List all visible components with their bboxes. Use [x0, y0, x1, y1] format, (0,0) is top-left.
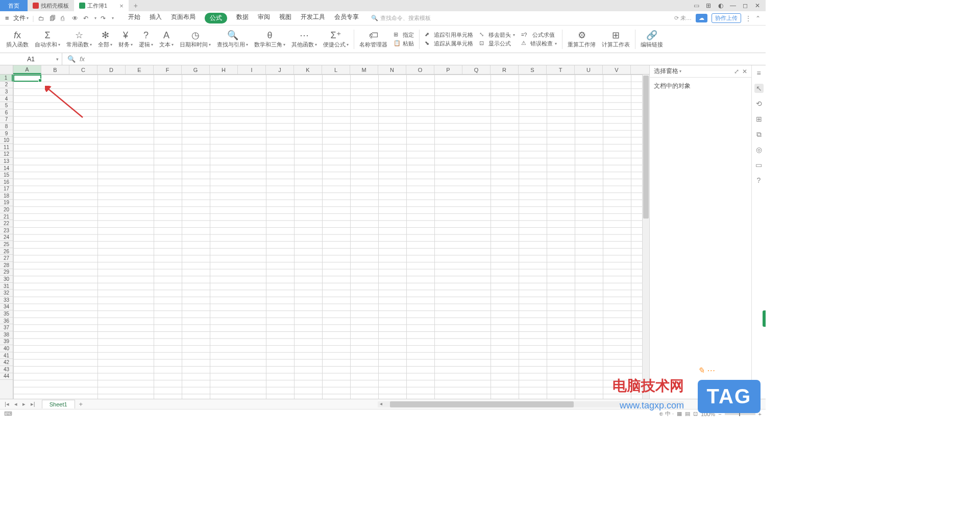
- zoom-slider[interactable]: [725, 413, 755, 415]
- row-header-1[interactable]: 1: [0, 75, 13, 82]
- undo-icon[interactable]: ↶: [83, 15, 90, 22]
- status-view-page[interactable]: ▤: [685, 411, 690, 416]
- active-cell[interactable]: [13, 75, 41, 82]
- sheet-nav-first[interactable]: |◂: [3, 401, 11, 407]
- hscroll-left-icon[interactable]: ◂: [380, 401, 382, 406]
- col-header-D[interactable]: D: [97, 65, 126, 74]
- maximize-icon[interactable]: ◻: [741, 2, 749, 10]
- name-box[interactable]: A1 ▾: [0, 53, 62, 65]
- tab-layout[interactable]: 页面布局: [171, 13, 195, 23]
- row-header-24[interactable]: 24: [0, 234, 13, 242]
- strip-book-icon[interactable]: ▭: [754, 160, 764, 170]
- row-header-33[interactable]: 33: [0, 297, 13, 304]
- designate-button[interactable]: ⊞指定: [394, 31, 414, 39]
- row-header-16[interactable]: 16: [0, 179, 13, 186]
- col-header-C[interactable]: C: [69, 65, 97, 74]
- sync-status[interactable]: ⟳ 未…: [674, 14, 692, 22]
- row-header-19[interactable]: 19: [0, 200, 13, 207]
- row-header-30[interactable]: 30: [0, 276, 13, 283]
- tab-data[interactable]: 数据: [236, 13, 249, 23]
- tab-workbook[interactable]: 工作簿1 ×: [74, 0, 129, 11]
- strip-help-icon[interactable]: ?: [754, 176, 764, 185]
- strip-chain-icon[interactable]: ⧉: [754, 130, 764, 139]
- preview-icon[interactable]: 👁: [72, 15, 79, 22]
- row-header-27[interactable]: 27: [0, 255, 13, 262]
- row-header-31[interactable]: 31: [0, 283, 13, 290]
- common-fn-button[interactable]: ☆ 常用函数▾: [63, 26, 95, 53]
- calc-sheet-button[interactable]: ⊞ 计算工作表: [599, 26, 633, 53]
- formula-search-icon[interactable]: 🔍: [67, 55, 76, 63]
- col-header-E[interactable]: E: [126, 65, 154, 74]
- row-header-35[interactable]: 35: [0, 310, 13, 318]
- row-header-9[interactable]: 9: [0, 130, 13, 137]
- strip-bars-icon[interactable]: ≡: [754, 68, 764, 78]
- sheet-nav-last[interactable]: ▸|: [29, 401, 37, 407]
- tab-home[interactable]: 首页: [0, 0, 28, 11]
- col-header-F[interactable]: F: [154, 65, 182, 74]
- status-view-normal[interactable]: ▦: [677, 411, 682, 416]
- tab-start[interactable]: 开始: [128, 13, 140, 23]
- add-sheet-button[interactable]: +: [75, 400, 87, 408]
- row-header-26[interactable]: 26: [0, 248, 13, 255]
- row-header-13[interactable]: 13: [0, 158, 13, 165]
- redo-caret[interactable]: ▾: [112, 16, 114, 20]
- name-box-caret-icon[interactable]: ▾: [56, 57, 59, 62]
- row-header-5[interactable]: 5: [0, 102, 13, 109]
- other-fn-button[interactable]: ⋯ 其他函数▾: [288, 26, 320, 53]
- row-header-25[interactable]: 25: [0, 241, 13, 248]
- text-fn-button[interactable]: A 文本▾: [156, 26, 177, 53]
- quick-formula-button[interactable]: Σ⁺ 便捷公式▾: [320, 26, 352, 53]
- tab-formula[interactable]: 公式: [205, 13, 227, 23]
- col-header-T[interactable]: T: [547, 65, 575, 74]
- select-all-corner[interactable]: [0, 65, 13, 74]
- row-header-38[interactable]: 38: [0, 331, 13, 339]
- tab-template[interactable]: 找稻壳模板: [28, 0, 74, 11]
- col-header-M[interactable]: M: [350, 65, 378, 74]
- row-header-7[interactable]: 7: [0, 116, 13, 124]
- row-header-10[interactable]: 10: [0, 137, 13, 144]
- eval-formula-button[interactable]: =? 公式求值: [521, 31, 557, 39]
- collapse-ribbon-icon[interactable]: ⌃: [755, 15, 761, 22]
- show-formula-button[interactable]: ⊡显示公式: [479, 40, 515, 47]
- col-header-I[interactable]: I: [238, 65, 266, 74]
- row-header-43[interactable]: 43: [0, 366, 13, 373]
- row-header-44[interactable]: 44: [0, 373, 13, 380]
- cells-grid[interactable]: [13, 75, 642, 399]
- remove-arrows-button[interactable]: ⤡移去箭头▾: [479, 31, 515, 39]
- col-header-H[interactable]: H: [210, 65, 238, 74]
- save-icon[interactable]: 🗀: [38, 15, 45, 22]
- sheet-tab-1[interactable]: Sheet1: [42, 400, 75, 408]
- row-header-20[interactable]: 20: [0, 206, 13, 213]
- all-fn-button[interactable]: ✻ 全部▾: [95, 26, 115, 53]
- menu-icon[interactable]: ≡: [5, 14, 9, 22]
- col-header-J[interactable]: J: [266, 65, 294, 74]
- col-header-L[interactable]: L: [322, 65, 350, 74]
- col-header-O[interactable]: O: [406, 65, 434, 74]
- logic-fn-button[interactable]: ? 逻辑▾: [136, 26, 156, 53]
- tab-insert[interactable]: 插入: [150, 13, 162, 23]
- autosum-button[interactable]: Σ 自动求和▾: [32, 26, 63, 53]
- strip-marker[interactable]: [763, 310, 766, 327]
- minimize-icon[interactable]: —: [729, 2, 737, 10]
- col-header-K[interactable]: K: [294, 65, 322, 74]
- tab-member[interactable]: 会员专享: [334, 13, 359, 23]
- col-header-N[interactable]: N: [378, 65, 406, 74]
- trace-dependents-button[interactable]: ⬊追踪从属单元格: [425, 40, 473, 47]
- strip-settings-icon[interactable]: ⟲: [754, 99, 764, 108]
- row-header-28[interactable]: 28: [0, 262, 13, 269]
- command-search[interactable]: 🔍 查找命令、搜索模板: [371, 14, 431, 22]
- col-header-B[interactable]: B: [41, 65, 69, 74]
- row-header-14[interactable]: 14: [0, 165, 13, 172]
- insert-function-button[interactable]: fx 插入函数: [3, 26, 32, 53]
- recalc-book-button[interactable]: ⚙ 重算工作簿: [565, 26, 599, 53]
- vscroll-thumb[interactable]: [643, 76, 649, 219]
- lookup-fn-button[interactable]: 🔍 查找与引用▾: [214, 26, 251, 53]
- more-icon[interactable]: ⋮: [745, 15, 751, 22]
- row-header-42[interactable]: 42: [0, 359, 13, 366]
- row-header-21[interactable]: 21: [0, 213, 13, 221]
- tab-add-button[interactable]: +: [129, 2, 143, 10]
- col-header-Q[interactable]: Q: [462, 65, 491, 74]
- vertical-scrollbar[interactable]: [642, 75, 649, 399]
- row-header-4[interactable]: 4: [0, 95, 13, 103]
- save-as-icon[interactable]: 🗐: [50, 15, 57, 22]
